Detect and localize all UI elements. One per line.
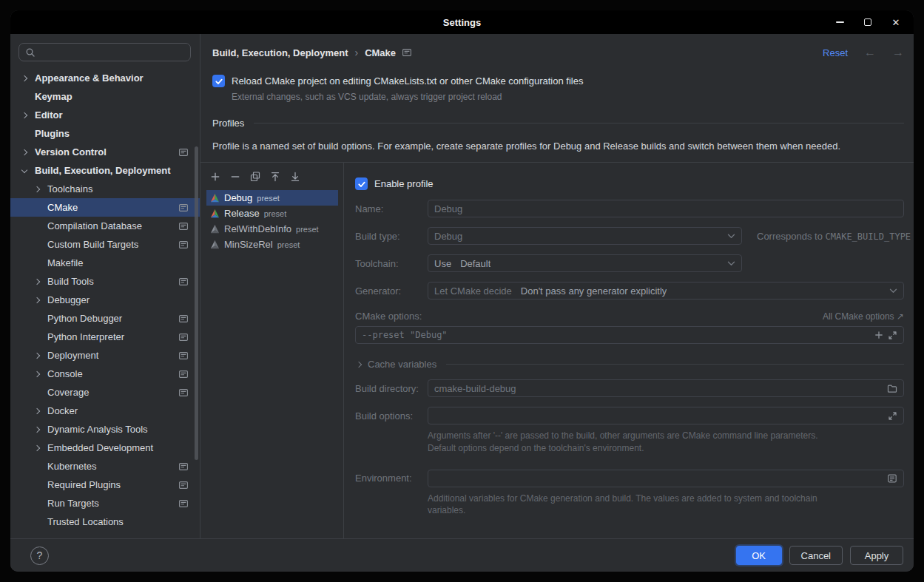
sidebar-item-embedded-development[interactable]: Embedded Development [10, 439, 200, 457]
reload-cmake-checkbox[interactable] [212, 75, 225, 87]
settings-content: Build, Execution, Deployment › CMake Res… [200, 34, 914, 538]
breadcrumb-item-cmake[interactable]: CMake [365, 47, 396, 58]
remove-profile-button[interactable] [228, 169, 242, 183]
cancel-button[interactable]: Cancel [789, 546, 843, 565]
chevron-slot [35, 353, 47, 358]
profile-item-debug[interactable]: Debugpreset [206, 190, 338, 206]
profile-item-relwithdebinfo[interactable]: RelWithDebInfopreset [206, 221, 338, 237]
back-arrow-icon[interactable]: ← [864, 46, 876, 59]
sidebar-item-editor[interactable]: Editor [10, 106, 200, 124]
sidebar-item-python-interpreter[interactable]: Python Interpreter [10, 328, 200, 346]
sidebar-item-kubernetes[interactable]: Kubernetes [10, 457, 200, 476]
help-button[interactable]: ? [30, 547, 49, 565]
profile-form: Enable profile Name: Debug Build type: D… [344, 163, 914, 538]
project-settings-icon [179, 352, 188, 359]
sidebar-item-custom-build-targets[interactable]: Custom Build Targets [10, 235, 200, 254]
sidebar-item-coverage[interactable]: Coverage [10, 383, 200, 402]
chevron-slot [22, 150, 35, 155]
sidebar-item-python-debugger[interactable]: Python Debugger [10, 309, 200, 328]
chevron-right-icon[interactable] [21, 75, 27, 81]
move-down-button[interactable] [288, 169, 302, 183]
name-field[interactable]: Debug [428, 200, 904, 217]
cache-variables-toggle[interactable]: Cache variables [355, 359, 904, 370]
chevron-right-icon[interactable] [21, 149, 27, 155]
all-cmake-options-link[interactable]: All CMake options ↗ [823, 311, 904, 322]
sidebar-item-appearance-behavior[interactable]: Appearance & Behavior [10, 69, 200, 87]
chevron-down-icon[interactable] [21, 166, 27, 172]
maximize-button[interactable] [862, 16, 874, 28]
sidebar-item-debugger[interactable]: Debugger [10, 291, 200, 309]
sidebar-item-version-control[interactable]: Version Control [10, 143, 200, 161]
expand-icon[interactable] [888, 411, 897, 421]
environment-field[interactable] [428, 470, 904, 487]
chevron-right-icon[interactable] [34, 352, 40, 358]
expand-icon[interactable] [888, 331, 897, 340]
sidebar-item-makefile[interactable]: Makefile [10, 254, 200, 272]
chevron-right-icon[interactable] [34, 186, 40, 192]
sidebar-item-dynamic-analysis-tools[interactable]: Dynamic Analysis Tools [10, 420, 200, 439]
window-controls: ✕ [834, 10, 902, 34]
close-button[interactable]: ✕ [890, 16, 902, 28]
chevron-right-icon[interactable] [34, 407, 40, 413]
build-options-field[interactable] [428, 407, 904, 424]
sidebar-item-toolchains[interactable]: Toolchains [10, 180, 200, 198]
sidebar-item-required-plugins[interactable]: Required Plugins [10, 476, 200, 494]
chevron-right-icon[interactable] [34, 297, 40, 302]
sidebar-item-keymap[interactable]: Keymap [10, 87, 200, 106]
sidebar-item-label: Embedded Development [47, 442, 153, 453]
sidebar-item-deployment[interactable]: Deployment [10, 346, 200, 365]
apply-button[interactable]: Apply [850, 546, 903, 565]
enable-profile-checkbox[interactable] [355, 177, 368, 190]
cmake-options-input[interactable]: --preset "Debug" [355, 326, 904, 344]
list-icon[interactable] [887, 473, 897, 484]
sidebar-item-build-tools[interactable]: Build Tools [10, 272, 200, 291]
toolchain-row: Toolchain: Use Default [355, 254, 904, 272]
help-label: ? [37, 549, 43, 561]
add-icon[interactable] [874, 331, 883, 339]
sidebar-item-cmake[interactable]: CMake [10, 198, 200, 217]
ok-button[interactable]: OK [736, 546, 782, 565]
chevron-right-icon[interactable] [34, 426, 40, 432]
chevron-right-icon[interactable] [34, 370, 40, 376]
sidebar-item-compilation-database[interactable]: Compilation Database [10, 217, 200, 235]
sidebar-item-build-execution-deployment[interactable]: Build, Execution, Deployment [10, 161, 200, 180]
sidebar-item-label: Deployment [47, 350, 98, 361]
arrow-down-icon [289, 171, 301, 183]
profile-item-minsizerel[interactable]: MinSizeRelpreset [206, 237, 338, 252]
build-directory-value: cmake-build-debug [434, 383, 516, 394]
profiles-list: Debugpreset Releasepreset RelWithDebInfo… [206, 190, 338, 252]
cmake-profile-icon [210, 209, 220, 218]
copy-profile-button[interactable] [248, 169, 262, 183]
build-type-note: Corresponds to CMAKE_BUILD_TYPE [757, 231, 911, 242]
environment-label: Environment: [355, 473, 428, 484]
sidebar-scrollbar-thumb[interactable] [195, 146, 198, 460]
reset-link[interactable]: Reset [823, 47, 848, 58]
sidebar-item-console[interactable]: Console [10, 365, 200, 383]
titlebar[interactable]: Settings ✕ [10, 10, 914, 34]
chevron-right-icon[interactable] [21, 112, 27, 118]
sidebar-item-docker[interactable]: Docker [10, 402, 200, 420]
build-directory-field[interactable]: cmake-build-debug [428, 379, 904, 397]
sidebar-item-run-targets[interactable]: Run Targets [10, 494, 200, 512]
toolchain-value-prefix: Use [434, 258, 451, 269]
name-value: Debug [434, 203, 462, 214]
breadcrumb-item-build-execution-deployment[interactable]: Build, Execution, Deployment [212, 47, 348, 58]
cmake-options-label: CMake options: [355, 311, 422, 322]
arrow-up-icon [269, 171, 281, 183]
generator-select[interactable]: Let CMake decide Don't pass any generato… [428, 282, 904, 300]
minimize-button[interactable] [834, 16, 846, 28]
settings-search-input[interactable] [18, 43, 191, 61]
add-profile-button[interactable] [208, 169, 222, 183]
chevron-right-icon[interactable] [34, 444, 40, 450]
build-type-select[interactable]: Debug [428, 227, 742, 245]
profile-item-release[interactable]: Releasepreset [206, 206, 338, 221]
check-icon [215, 77, 223, 86]
folder-icon[interactable] [887, 384, 897, 393]
forward-arrow-icon[interactable]: → [892, 46, 904, 59]
enable-profile-row: Enable profile [355, 177, 904, 190]
move-up-button[interactable] [268, 169, 282, 183]
sidebar-item-plugins[interactable]: Plugins [10, 124, 200, 143]
chevron-right-icon[interactable] [34, 278, 40, 284]
sidebar-item-trusted-locations[interactable]: Trusted Locations [10, 512, 200, 531]
toolchain-select[interactable]: Use Default [428, 254, 742, 272]
